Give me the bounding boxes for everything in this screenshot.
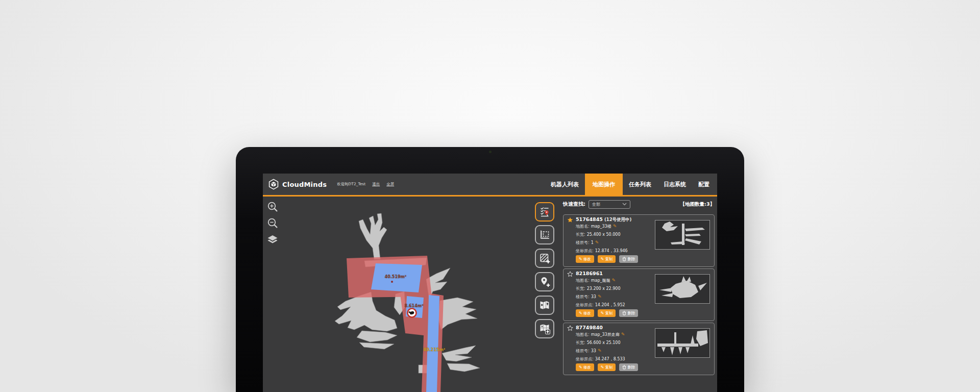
edit-button[interactable]: ✎修改 bbox=[576, 255, 594, 263]
main-menu: 机器人列表 地图操作 任务列表 日志系统 配置 bbox=[545, 174, 716, 195]
logout-link[interactable]: 退出 bbox=[372, 182, 380, 187]
field-floor: 楼层号:1✎ bbox=[576, 240, 599, 246]
robot-marker bbox=[408, 309, 416, 317]
map-card[interactable]: 51764845(12号使用中) 地图名:map_33楼✎ 长宽:25.400 … bbox=[563, 214, 715, 267]
pencil-icon[interactable]: ✎ bbox=[598, 294, 602, 299]
delete-button[interactable]: 删除 bbox=[619, 255, 638, 263]
copy-button[interactable]: ✎复制 bbox=[598, 363, 616, 371]
tab-config[interactable]: 配置 bbox=[692, 174, 716, 195]
map-thumbnail-image bbox=[655, 275, 709, 303]
checklist-pin-icon bbox=[538, 206, 551, 218]
field-dimensions: 长宽:56.600 x 25.100 bbox=[576, 340, 621, 346]
field-origin: 坐标原点:34.247，8.533 bbox=[576, 356, 625, 362]
edit-button[interactable]: ✎修改 bbox=[576, 309, 594, 317]
pencil-icon: ✎ bbox=[579, 365, 582, 370]
hexagon-cube-icon bbox=[268, 179, 279, 190]
map-thumbnail[interactable] bbox=[655, 274, 710, 304]
map-thumbnail-image bbox=[655, 329, 709, 357]
map-id: 82186961 bbox=[576, 271, 604, 276]
area-label: 40.519m² bbox=[385, 275, 407, 279]
map-thumbnail[interactable] bbox=[655, 328, 710, 358]
pencil-icon[interactable]: ✎ bbox=[613, 224, 617, 229]
tab-log-system[interactable]: 日志系统 bbox=[657, 174, 692, 195]
field-floor: 楼层号:33✎ bbox=[576, 348, 601, 354]
brand-name: CloudMinds bbox=[282, 181, 327, 188]
pencil-icon: ✎ bbox=[601, 257, 604, 261]
map-id-note: (12号使用中) bbox=[604, 217, 632, 222]
tab-robot-list[interactable]: 机器人列表 bbox=[545, 174, 585, 195]
hatched-area-plus-icon bbox=[538, 252, 551, 264]
pin-plus-icon bbox=[538, 276, 551, 288]
tool-measure-area[interactable] bbox=[535, 225, 554, 244]
map-dot bbox=[391, 281, 393, 283]
tool-map-upload[interactable] bbox=[535, 319, 554, 338]
pencil-icon: ✎ bbox=[579, 257, 582, 261]
area-label: 8.614m² bbox=[404, 304, 423, 308]
folded-map-x-icon bbox=[538, 299, 551, 311]
map-filter-dropdown[interactable]: 全部 bbox=[589, 200, 630, 209]
field-dimensions: 长宽:23.200 x 22.900 bbox=[576, 286, 621, 291]
quick-search-label: 快速查找: bbox=[563, 201, 585, 208]
map-thumbnail[interactable] bbox=[655, 220, 710, 250]
map-id: 51764845(12号使用中) bbox=[576, 216, 632, 223]
pencil-icon: ✎ bbox=[601, 311, 604, 315]
trash-icon bbox=[622, 365, 626, 370]
app-screen: 40.519m² 8.614m² 80.215m² bbox=[263, 174, 717, 392]
layers-diamond-icon bbox=[267, 235, 278, 244]
brand-logo: CloudMinds bbox=[268, 179, 327, 190]
map-thumbnail-image bbox=[655, 220, 709, 249]
edit-button[interactable]: ✎修改 bbox=[576, 363, 594, 371]
trash-icon bbox=[622, 257, 626, 261]
pencil-icon: ✎ bbox=[601, 365, 604, 370]
webcam-dot bbox=[489, 151, 492, 153]
tab-map-operation[interactable]: 地图操作 bbox=[585, 174, 623, 195]
delete-button[interactable]: 删除 bbox=[619, 309, 638, 317]
pencil-icon: ✎ bbox=[579, 311, 582, 315]
pencil-icon[interactable]: ✎ bbox=[611, 278, 616, 283]
zoom-in-button[interactable] bbox=[267, 201, 279, 215]
dropdown-value: 全部 bbox=[592, 202, 600, 207]
pencil-icon[interactable]: ✎ bbox=[621, 332, 625, 337]
trash-icon bbox=[622, 311, 626, 315]
star-filled-icon[interactable] bbox=[567, 217, 573, 223]
page-background: 40.519m² 8.614m² 80.215m² bbox=[0, 0, 980, 392]
field-floor: 楼层号:33✎ bbox=[576, 294, 601, 300]
field-dimensions: 长宽:25.400 x 50.000 bbox=[576, 232, 621, 237]
ruler-dashed-rect-icon bbox=[538, 229, 551, 241]
map-card[interactable]: 87749840 地图名:map_33层走廊✎ 长宽:56.600 x 25.1… bbox=[563, 323, 715, 375]
star-outline-icon[interactable] bbox=[567, 325, 573, 331]
layers-button[interactable] bbox=[267, 235, 278, 247]
tool-add-poi[interactable] bbox=[535, 272, 554, 291]
magnifier-minus-icon bbox=[267, 217, 279, 229]
fullscreen-link[interactable]: 全屏 bbox=[386, 182, 394, 187]
pencil-icon[interactable]: ✎ bbox=[598, 348, 602, 353]
field-map-name: 地图名:map_33楼✎ bbox=[576, 224, 617, 229]
field-map-name: 地图名:map_腿腿✎ bbox=[576, 278, 616, 283]
tool-map-list[interactable] bbox=[535, 202, 554, 222]
top-navbar: CloudMinds 欢迎BJDT2_Test 退出 全屏 机器人列表 地图操作… bbox=[263, 174, 717, 197]
map-card[interactable]: 82186961 地图名:map_腿腿✎ 长宽:23.200 x 22.900 … bbox=[563, 268, 715, 321]
field-origin: 坐标原点:14.204，5.952 bbox=[576, 302, 625, 308]
copy-button[interactable]: ✎复制 bbox=[598, 309, 616, 317]
tool-add-zone[interactable] bbox=[535, 249, 554, 268]
tab-task-list[interactable]: 任务列表 bbox=[623, 174, 657, 195]
map-arrow-up-icon bbox=[538, 323, 551, 335]
welcome-text: 欢迎BJDT2_Test bbox=[337, 182, 365, 187]
list-panel-header: 快速查找: 全部 【地图数量:3】 bbox=[563, 199, 715, 209]
zoom-out-button[interactable] bbox=[267, 217, 279, 231]
star-outline-icon[interactable] bbox=[567, 271, 573, 277]
map-count: 【地图数量:3】 bbox=[680, 201, 715, 208]
pencil-icon[interactable]: ✎ bbox=[595, 240, 599, 245]
field-origin: 坐标原点:12.874，33.946 bbox=[576, 248, 628, 254]
field-map-name: 地图名:map_33层走廊✎ bbox=[576, 332, 625, 337]
tool-map-erase[interactable] bbox=[535, 296, 554, 315]
area-label: 80.215m² bbox=[424, 348, 446, 352]
chevron-down-icon bbox=[622, 203, 627, 206]
delete-button[interactable]: 删除 bbox=[619, 363, 638, 371]
map-id: 87749840 bbox=[576, 325, 604, 330]
magnifier-plus-icon bbox=[267, 201, 279, 213]
copy-button[interactable]: ✎复制 bbox=[598, 255, 616, 263]
